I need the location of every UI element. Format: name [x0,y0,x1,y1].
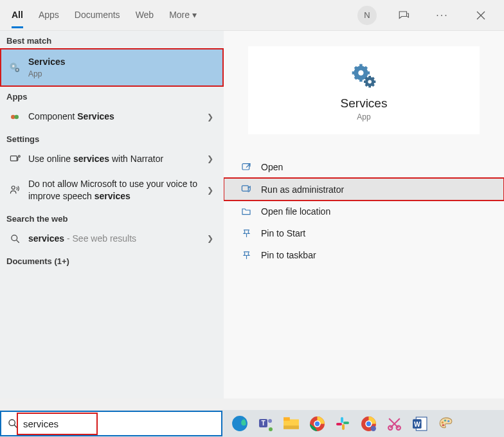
narrator-icon [9,154,21,165]
svg-point-9 [18,156,20,157]
section-apps: Apps [0,87,224,104]
action-pin-to-start[interactable]: Pin to Start [224,222,504,244]
paint-icon[interactable] [436,414,455,433]
action-open-file-location[interactable]: Open file location [224,201,504,222]
svg-point-58 [444,419,446,421]
taskbar-search[interactable] [0,411,222,436]
section-search-web: Search the web [0,209,224,226]
result-services-app[interactable]: Services App [0,48,224,87]
svg-point-57 [441,421,443,423]
edge-icon[interactable] [230,414,249,433]
folder-icon [240,206,252,217]
file-explorer-icon[interactable] [282,414,301,433]
svg-line-12 [16,240,19,242]
search-tabs: All Apps Documents Web More ▾ N ··· [0,0,504,31]
svg-rect-8 [10,156,17,161]
svg-point-11 [11,235,17,240]
action-pin-to-taskbar[interactable]: Pin to taskbar [224,244,504,266]
result-label-prefix: Component [28,111,77,121]
results-panel: Best match Services App Apps Component S… [0,31,224,398]
result-label-bold: services [94,191,130,201]
pin-icon [240,251,252,260]
svg-point-5 [17,69,18,71]
tab-documents[interactable]: Documents [75,2,120,28]
svg-point-60 [442,424,444,425]
tab-web[interactable]: Web [136,2,154,28]
result-subtitle: App [28,69,216,79]
search-icon [9,234,21,244]
chrome-beta-icon[interactable] [359,414,378,433]
pin-icon [240,229,252,238]
svg-text:W: W [413,420,420,427]
component-services-icon [9,112,21,122]
svg-point-48 [366,421,370,425]
result-label-bold: services [73,154,109,164]
gear-icon [9,62,21,73]
svg-point-59 [447,420,449,422]
result-label-suffix: with Narrator [109,154,163,164]
result-title: Services [28,56,216,68]
search-icon [8,418,18,429]
action-label: Open [261,162,283,172]
result-narrator-services[interactable]: Use online services with Narrator ❯ [0,147,224,172]
action-label: Run as administrator [261,184,344,195]
voice-icon [9,184,21,195]
result-web-services[interactable]: services - See web results ❯ [0,226,224,251]
tab-apps[interactable]: Apps [39,2,59,28]
svg-rect-42 [341,417,343,423]
chrome-icon[interactable] [307,414,327,433]
svg-rect-38 [284,425,299,429]
word-icon[interactable]: W [410,414,429,433]
svg-point-7 [14,114,19,119]
teams-icon[interactable]: T [256,414,275,433]
taskbar: T W [0,410,504,437]
svg-point-29 [9,420,15,425]
action-run-as-administrator[interactable]: Run as administrator [224,178,504,201]
search-input[interactable] [23,418,215,429]
result-label-bold: Services [77,111,114,121]
svg-line-30 [14,425,17,428]
result-component-services[interactable]: Component Services ❯ [0,104,224,129]
svg-rect-37 [284,417,290,420]
action-label: Pin to Start [261,228,305,238]
chevron-right-icon: ❯ [207,112,213,121]
close-icon[interactable] [469,4,492,27]
result-label-prefix: Use online [28,154,73,164]
svg-point-24 [368,80,372,84]
preview-subtitle: App [357,112,370,121]
result-voice-services[interactable]: Do not allow Microsoft to use your voice… [0,172,224,209]
tab-more[interactable]: More ▾ [169,2,197,28]
preview-actions: Open Run as administrator Open file loca… [224,156,504,266]
svg-point-10 [12,186,15,190]
more-options-icon[interactable]: ··· [431,4,454,27]
snip-icon[interactable] [384,414,404,433]
slack-icon[interactable] [333,414,352,433]
svg-rect-45 [336,423,342,425]
result-label-bold: services [28,233,64,244]
user-avatar[interactable]: N [357,6,377,25]
svg-point-18 [358,70,363,75]
svg-point-41 [314,421,319,425]
taskbar-apps: T W [230,414,455,433]
tab-all[interactable]: All [12,2,23,28]
svg-rect-43 [343,422,349,424]
feedback-icon[interactable] [392,4,415,27]
svg-point-3 [12,65,15,67]
chevron-right-icon: ❯ [207,154,213,163]
services-app-icon [350,62,378,90]
section-settings: Settings [0,129,224,147]
result-label-suffix: - See web results [64,233,136,244]
action-label: Open file location [261,206,330,217]
svg-text:T: T [261,420,265,427]
open-icon [240,162,252,172]
svg-point-49 [370,425,375,431]
svg-point-35 [269,427,273,431]
admin-shield-icon [240,184,252,195]
section-best-match: Best match [0,31,224,48]
preview-title: Services [341,96,388,111]
svg-rect-44 [342,424,345,430]
action-open[interactable]: Open [224,156,504,178]
chevron-right-icon: ❯ [207,234,213,243]
svg-point-34 [268,419,272,423]
chevron-right-icon: ❯ [207,186,213,195]
